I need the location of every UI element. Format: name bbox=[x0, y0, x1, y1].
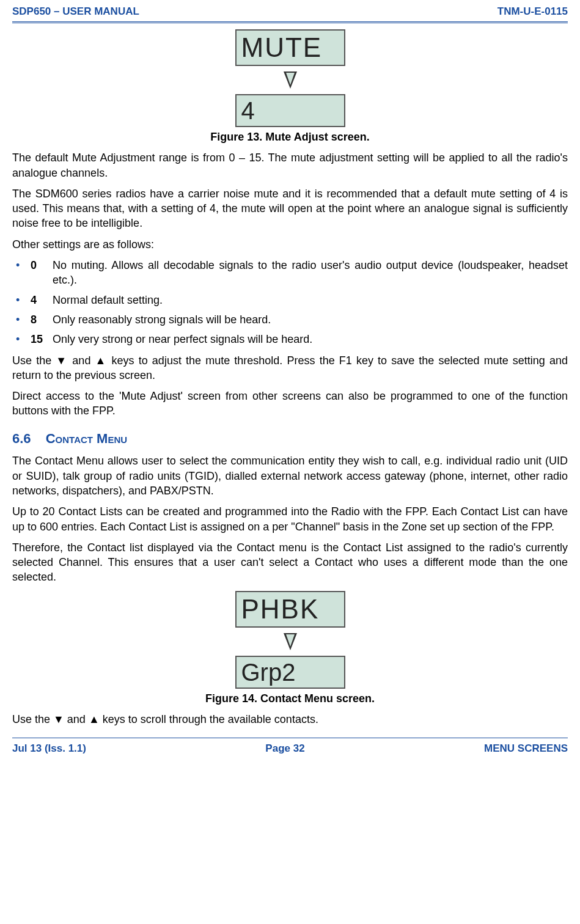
setting-text: Only very strong or near perfect signals… bbox=[53, 332, 568, 346]
list-item: • 15 Only very strong or near perfect si… bbox=[12, 332, 568, 346]
bullet-icon: • bbox=[12, 312, 31, 327]
body-text: Other settings are as follows: bbox=[12, 237, 568, 252]
section-number: 6.6 bbox=[12, 431, 31, 446]
figure-14: PHBK Grp2 bbox=[12, 591, 568, 689]
list-item: • 4 Normal default setting. bbox=[12, 293, 568, 307]
bullet-icon: • bbox=[12, 332, 31, 346]
figure-13-caption: Figure 13. Mute Adjust screen. bbox=[12, 130, 568, 144]
footer-right: MENU SCREENS bbox=[484, 742, 568, 756]
list-item: • 8 Only reasonably strong signals will … bbox=[12, 312, 568, 327]
setting-text: Normal default setting. bbox=[53, 293, 568, 307]
section-title: Contact Menu bbox=[46, 431, 127, 446]
lcd-bottom-fig13: 4 bbox=[235, 94, 345, 127]
down-arrow-icon bbox=[284, 631, 297, 652]
body-text: Use the ▼ and ▲ keys to adjust the mute … bbox=[12, 353, 568, 383]
setting-number: 15 bbox=[31, 332, 53, 346]
setting-number: 0 bbox=[31, 258, 53, 273]
bullet-icon: • bbox=[12, 258, 31, 273]
figure-13: MUTE 4 bbox=[12, 29, 568, 127]
body-text: Therefore, the Contact list displayed vi… bbox=[12, 540, 568, 585]
body-text: Up to 20 Contact Lists can be created an… bbox=[12, 504, 568, 534]
setting-text: Only reasonably strong signals will be h… bbox=[53, 312, 568, 327]
header-right: TNM-U-E-0115 bbox=[497, 5, 568, 19]
body-text: The Contact Menu allows user to select t… bbox=[12, 453, 568, 498]
figure-14-caption: Figure 14. Contact Menu screen. bbox=[12, 691, 568, 706]
list-item: • 0 No muting. Allows all decodable sign… bbox=[12, 258, 568, 288]
bullet-icon: • bbox=[12, 293, 31, 307]
down-arrow-icon bbox=[284, 70, 297, 90]
body-text: The default Mute Adjustment range is fro… bbox=[12, 150, 568, 180]
body-text: Direct access to the 'Mute Adjust' scree… bbox=[12, 389, 568, 419]
footer-left: Jul 13 (Iss. 1.1) bbox=[12, 742, 86, 756]
lcd-bottom-fig14: Grp2 bbox=[235, 656, 345, 689]
page-header: SDP650 – USER MANUAL TNM-U-E-0115 bbox=[12, 0, 568, 21]
header-left: SDP650 – USER MANUAL bbox=[12, 5, 139, 19]
page-footer: Jul 13 (Iss. 1.1) Page 32 MENU SCREENS bbox=[12, 738, 568, 763]
lcd-top-fig14: PHBK bbox=[235, 591, 345, 628]
section-heading-6-6: 6.6 Contact Menu bbox=[12, 430, 568, 448]
footer-center: Page 32 bbox=[265, 742, 304, 756]
setting-text: No muting. Allows all decodable signals … bbox=[53, 258, 568, 288]
body-text: Use the ▼ and ▲ keys to scroll through t… bbox=[12, 712, 568, 727]
lcd-top-fig13: MUTE bbox=[235, 29, 345, 66]
setting-number: 4 bbox=[31, 293, 53, 307]
setting-number: 8 bbox=[31, 312, 53, 327]
body-text: The SDM600 series radios have a carrier … bbox=[12, 186, 568, 231]
header-rule bbox=[12, 21, 568, 23]
settings-list: • 0 No muting. Allows all decodable sign… bbox=[12, 258, 568, 346]
